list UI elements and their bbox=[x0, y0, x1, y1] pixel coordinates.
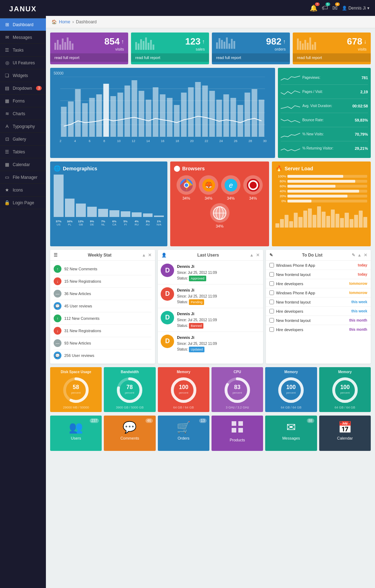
sidebar-item-gallery[interactable]: ⊡ Gallery bbox=[0, 133, 46, 146]
charts-icon: ≋ bbox=[4, 111, 10, 116]
users-icon: 👥 bbox=[69, 421, 83, 434]
svg-rect-12 bbox=[103, 84, 109, 137]
messages-icon2: ✉ bbox=[286, 421, 296, 434]
stat-footer-visits1[interactable]: read full report bbox=[50, 53, 128, 62]
todo-checkbox[interactable] bbox=[269, 281, 274, 286]
stat-card-sales: 123↑ sales read full report bbox=[131, 33, 209, 64]
messages-badge: 88 bbox=[307, 418, 314, 423]
browser-ie: e 34% bbox=[221, 175, 240, 200]
close-icon3[interactable]: ✕ bbox=[364, 253, 367, 258]
demographics-panel: 🌐 Demographics 37%16%12% bbox=[50, 161, 167, 246]
todo-checkbox[interactable] bbox=[269, 263, 274, 267]
sidebar-item-file-manager[interactable]: ▭ File Manager bbox=[0, 171, 46, 184]
svg-rect-13 bbox=[111, 96, 116, 137]
sidebar-item-messages[interactable]: ✉ Messages bbox=[0, 31, 46, 44]
icon-card-messages[interactable]: 88 ✉ Messages bbox=[265, 416, 317, 451]
list-item: — 36 New Articles bbox=[54, 288, 151, 300]
calendar-icon: ▦ bbox=[4, 162, 10, 167]
collapse-icon2[interactable]: ▲ bbox=[250, 253, 254, 258]
stats-pages-visit: Pages / Visit: 2,19 bbox=[281, 85, 368, 99]
sidebar-item-tables[interactable]: ☰ Tables bbox=[0, 146, 46, 158]
topbar: 🔔 7 🏷 5 ✉ 4 👤 Dennis Ji ▾ bbox=[46, 0, 375, 16]
stat-card-visits1: 854↑ visits read full report bbox=[50, 33, 128, 64]
sidebar-item-forms[interactable]: ▦ Forms bbox=[0, 95, 46, 107]
icon-card-comments[interactable]: 46 💬 Comments bbox=[104, 416, 155, 451]
user-icon2: 👤 bbox=[161, 253, 167, 258]
svg-rect-32 bbox=[245, 93, 250, 137]
breadcrumb-current: Dashboard bbox=[76, 19, 97, 24]
svg-rect-75 bbox=[238, 421, 243, 426]
sidebar-item-dashboard[interactable]: ⊞ Dashboard bbox=[0, 18, 46, 31]
icon-card-calendar[interactable]: 📅 Calendar bbox=[319, 416, 371, 451]
todo-item: Windows Phone 8 App tommorow bbox=[266, 288, 371, 298]
orders-icon: 🛒 bbox=[177, 421, 191, 434]
sidebar-item-label: Icons bbox=[13, 188, 23, 193]
last-users-body: D Dennis Ji Since: Jul 25, 2012 11:09 St… bbox=[158, 261, 263, 355]
icon-card-products[interactable]: Products bbox=[212, 416, 263, 451]
svg-text:58: 58 bbox=[73, 384, 79, 390]
svg-rect-77 bbox=[238, 428, 243, 433]
sidebar-item-label: Messages bbox=[13, 35, 32, 40]
chart-x-labels: 2 4 6 8 10 12 14 16 18 20 22 24 26 28 30 bbox=[54, 138, 272, 143]
sidebar-item-typography[interactable]: A Typography bbox=[0, 120, 46, 133]
collapse-icon3[interactable]: ▲ bbox=[357, 253, 362, 258]
todo-item: Hire developers this week bbox=[266, 307, 371, 316]
close-icon2[interactable]: ✕ bbox=[256, 253, 260, 258]
sidebar-item-icons[interactable]: ★ Icons bbox=[0, 184, 46, 196]
user-menu[interactable]: 👤 Dennis Ji ▾ bbox=[342, 6, 369, 11]
todo-checkbox[interactable] bbox=[269, 272, 274, 277]
svg-rect-17 bbox=[139, 91, 144, 137]
mail-button[interactable]: ✉ 4 bbox=[332, 4, 338, 12]
stat-cards-row: 854↑ visits read full report bbox=[50, 33, 371, 64]
todo-checkbox[interactable] bbox=[269, 318, 274, 323]
sidebar-item-charts[interactable]: ≋ Charts bbox=[0, 107, 46, 120]
svg-rect-10 bbox=[89, 98, 95, 137]
edit-icon[interactable]: ✎ bbox=[352, 253, 355, 258]
stat-footer-visits2[interactable]: read full report bbox=[293, 53, 371, 62]
breadcrumb-home[interactable]: Home bbox=[59, 19, 70, 24]
sidebar-item-widgets[interactable]: ❏ Widgets bbox=[0, 69, 46, 82]
sidebar-item-login[interactable]: 🔒 Login Page bbox=[0, 196, 46, 209]
browsers-panel: ⬤ Browsers bbox=[170, 161, 269, 246]
svg-rect-20 bbox=[160, 94, 166, 137]
tasks-icon: ☰ bbox=[4, 47, 10, 53]
icon-card-orders[interactable]: 13 🛒 Orders bbox=[158, 416, 209, 451]
typography-icon: A bbox=[4, 124, 10, 129]
svg-rect-8 bbox=[75, 89, 81, 137]
todo-checkbox[interactable] bbox=[269, 300, 274, 304]
sidebar-item-ui-features[interactable]: ◎ UI Features bbox=[0, 57, 46, 69]
chart-y-max: 50000 bbox=[54, 71, 272, 75]
sidebar-item-tasks[interactable]: ☰ Tasks bbox=[0, 44, 46, 57]
icon-card-users[interactable]: 237 👥 Users bbox=[50, 416, 102, 451]
browser-icon: ⬤ bbox=[174, 165, 180, 172]
todo-checkbox[interactable] bbox=[269, 309, 274, 313]
user-entry: D Dennis Ji Since: Jul 25, 2012 11:09 St… bbox=[158, 332, 263, 355]
chevron-down-icon: ▾ bbox=[367, 6, 369, 11]
widget-controls[interactable]: ▲ ✕ bbox=[142, 253, 151, 258]
stat-value-visits2: 678 bbox=[347, 36, 362, 47]
notifications-button[interactable]: 🔔 7 bbox=[310, 4, 317, 12]
svg-rect-23 bbox=[181, 93, 187, 137]
todo-checkbox[interactable] bbox=[269, 327, 274, 332]
arrow-up-icon2: ↑ bbox=[202, 39, 205, 45]
stat-footer-orders[interactable]: read full report bbox=[212, 53, 290, 62]
sidebar: JANUX ⊞ Dashboard ✉ Messages ☰ Tasks ◎ U… bbox=[0, 0, 46, 588]
tags-button[interactable]: 🏷 5 bbox=[322, 4, 328, 12]
avatar: D bbox=[161, 264, 174, 277]
close-icon[interactable]: ✕ bbox=[148, 253, 151, 258]
todo-checkbox[interactable] bbox=[269, 290, 274, 295]
widget-controls2[interactable]: ▲ ✕ bbox=[250, 253, 260, 258]
stats-panel: Pageviews: 781 Pages / Visit: 2,19 Avg. … bbox=[278, 68, 371, 158]
svg-rect-9 bbox=[82, 103, 88, 137]
svg-rect-21 bbox=[167, 98, 173, 137]
bell-badge: 7 bbox=[315, 2, 320, 6]
widget-controls3[interactable]: ✎ ▲ ✕ bbox=[352, 253, 367, 258]
breadcrumb: 🏠 Home › Dashboard bbox=[46, 16, 375, 28]
collapse-icon[interactable]: ▲ bbox=[142, 253, 146, 258]
svg-rect-26 bbox=[202, 86, 208, 137]
sidebar-item-calendar[interactable]: ▦ Calendar bbox=[0, 158, 46, 171]
sidebar-item-dropdown[interactable]: ▤ Dropdown 3 bbox=[0, 82, 46, 95]
stat-footer-sales[interactable]: read full report bbox=[131, 53, 209, 62]
svg-rect-74 bbox=[232, 421, 236, 426]
content-area: 854↑ visits read full report bbox=[46, 28, 375, 588]
